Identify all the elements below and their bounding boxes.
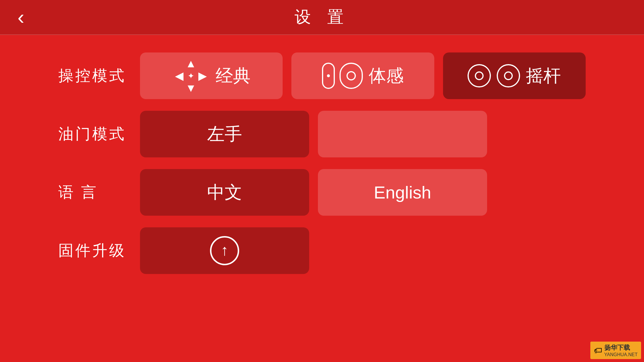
motion-icon [322, 63, 363, 89]
joystick-mode-button[interactable]: 摇杆 [443, 52, 586, 99]
firmware-upload-button[interactable]: ↑ [140, 227, 309, 274]
back-button[interactable]: ‹ [18, 7, 24, 27]
left-hand-button[interactable]: 左手 [140, 111, 309, 157]
header: ‹ 设 置 [0, 0, 644, 35]
watermark-url: YANGHUA.NET [604, 352, 638, 357]
throttle-mode-label: 油门模式 [58, 124, 140, 144]
joystick-label: 摇杆 [526, 64, 561, 88]
classic-label: 经典 [216, 64, 251, 88]
control-mode-label: 操控模式 [58, 66, 140, 86]
throttle-mode-row: 油门模式 左手 [58, 111, 586, 157]
upload-icon: ↑ [210, 236, 239, 265]
firmware-options: ↑ [140, 227, 586, 274]
chinese-button[interactable]: 中文 [140, 169, 309, 216]
english-button[interactable]: English [318, 169, 487, 216]
settings-content: 操控模式 ▲ ▲ ▲ ◀ ✦ ▶ ▼ ▼ [0, 35, 644, 291]
left-hand-label: 左手 [207, 122, 242, 146]
watermark: 🏷 扬华下载 YANGHUA.NET [590, 342, 641, 359]
page-title: 设 置 [295, 6, 349, 28]
classic-mode-button[interactable]: ▲ ▲ ▲ ◀ ✦ ▶ ▼ ▼ ▼ 经典 [140, 52, 283, 99]
language-row: 语 言 中文 English [58, 169, 586, 216]
watermark-name: 扬华下载 [604, 343, 638, 352]
joystick-icon [468, 64, 520, 87]
firmware-label: 固件升级 [58, 240, 140, 261]
control-mode-options: ▲ ▲ ▲ ◀ ✦ ▶ ▼ ▼ ▼ 经典 [140, 52, 586, 99]
language-options: 中文 English [140, 169, 586, 216]
motion-mode-button[interactable]: 体感 [291, 52, 434, 99]
english-label: English [374, 182, 431, 203]
right-hand-button[interactable] [318, 111, 487, 157]
watermark-icon: 🏷 [594, 346, 602, 355]
firmware-row: 固件升级 ↑ [58, 227, 586, 274]
language-label: 语 言 [58, 182, 140, 203]
control-mode-row: 操控模式 ▲ ▲ ▲ ◀ ✦ ▶ ▼ ▼ [58, 52, 586, 99]
chinese-label: 中文 [207, 181, 242, 204]
dpad-icon: ▲ ▲ ▲ ◀ ✦ ▶ ▼ ▼ ▼ [172, 58, 210, 94]
throttle-mode-options: 左手 [140, 111, 586, 157]
motion-label: 体感 [369, 64, 404, 88]
